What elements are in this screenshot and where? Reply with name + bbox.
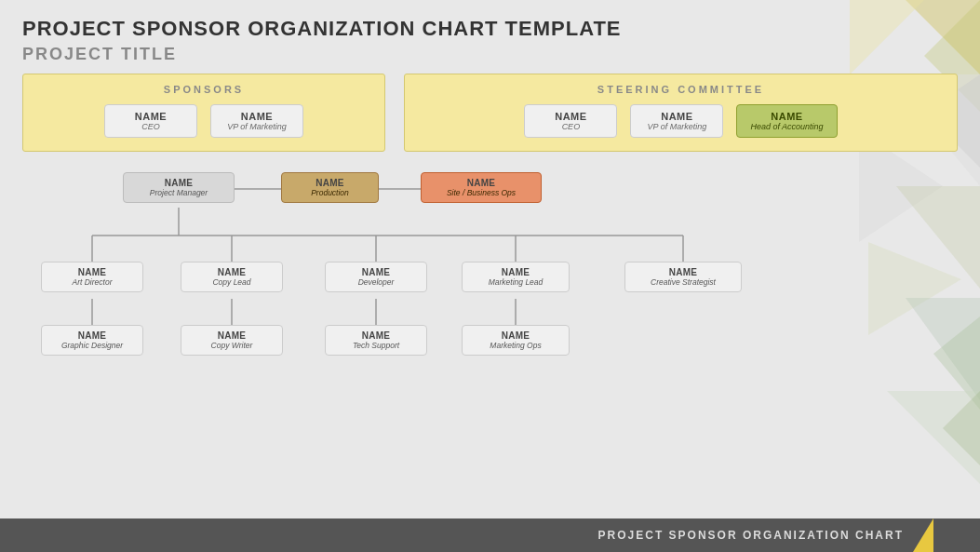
sponsor-card-2: NAME VP of Marketing <box>210 104 303 138</box>
sponsors-label: SPONSORS <box>38 84 369 95</box>
steering-card-2: NAME VP of Marketing <box>630 104 723 138</box>
manager-card-pm: NAME Project Manager <box>123 172 235 203</box>
steering-3-role: Head of Accounting <box>750 122 823 131</box>
sections-row: SPONSORS NAME CEO NAME VP of Marketing S… <box>22 74 958 152</box>
copy-lead-role: Copy Lead <box>191 277 273 287</box>
org-chart: NAME Project Manager NAME Production NAM… <box>32 168 869 392</box>
prod-name: NAME <box>291 178 369 188</box>
prod-role: Production <box>291 188 369 197</box>
page-title: PROJECT SPONSOR ORGANIZATION CHART TEMPL… <box>22 17 958 41</box>
sponsor-2-role: VP of Marketing <box>224 122 289 131</box>
tech-role: Tech Support <box>335 341 417 350</box>
sponsors-section: SPONSORS NAME CEO NAME VP of Marketing <box>22 74 385 152</box>
report-card-developer: NAME Developer <box>325 262 427 292</box>
footer: PROJECT SPONSOR ORGANIZATION CHART <box>0 518 980 552</box>
footer-text: PROJECT SPONSOR ORGANIZATION CHART <box>598 529 904 542</box>
steering-section: STEERING COMMITTEE NAME CEO NAME VP of M… <box>404 74 958 152</box>
report-card-tech-support: NAME Tech Support <box>325 325 427 356</box>
main-content: PROJECT SPONSOR ORGANIZATION CHART TEMPL… <box>0 0 980 401</box>
steering-3-name: NAME <box>750 111 823 122</box>
svg-marker-10 <box>887 391 980 484</box>
developer-name: NAME <box>335 267 417 277</box>
pm-name: NAME <box>133 178 224 188</box>
developer-role: Developer <box>335 277 417 287</box>
steering-label: STEERING COMMITTEE <box>420 84 942 95</box>
sponsor-1-name: NAME <box>118 111 183 122</box>
mktg-lead-name: NAME <box>472 267 559 277</box>
art-dir-role: Art Director <box>51 277 133 287</box>
steering-cards: NAME CEO NAME VP of Marketing NAME Head … <box>420 104 942 138</box>
report-card-mktg-lead: NAME Marketing Lead <box>462 262 570 292</box>
steering-1-role: CEO <box>538 122 603 131</box>
sponsors-cards: NAME CEO NAME VP of Marketing <box>38 104 369 138</box>
creative-name: NAME <box>635 267 732 277</box>
steering-2-role: VP of Marketing <box>644 122 709 131</box>
report-card-graphic: NAME Graphic Designer <box>41 325 143 356</box>
copy-lead-name: NAME <box>191 267 273 277</box>
project-subtitle: PROJECT TITLE <box>22 45 958 64</box>
art-dir-name: NAME <box>51 267 133 277</box>
graphic-role: Graphic Designer <box>51 341 133 350</box>
sponsor-1-role: CEO <box>118 122 183 131</box>
report-card-mktg-ops: NAME Marketing Ops <box>462 325 570 356</box>
steering-2-name: NAME <box>644 111 709 122</box>
report-card-art-dir: NAME Art Director <box>41 262 143 292</box>
report-card-copy-lead: NAME Copy Lead <box>181 262 283 292</box>
tech-name: NAME <box>335 330 417 341</box>
manager-card-biz: NAME Site / Business Ops <box>421 172 542 203</box>
manager-card-prod: NAME Production <box>281 172 379 203</box>
steering-card-1: NAME CEO <box>524 104 617 138</box>
report-card-creative: NAME Creative Strategist <box>624 262 742 292</box>
footer-accent <box>913 518 933 552</box>
pm-role: Project Manager <box>133 188 224 197</box>
mktg-lead-role: Marketing Lead <box>472 277 559 287</box>
steering-card-3: NAME Head of Accounting <box>736 104 837 138</box>
mktg-ops-name: NAME <box>472 330 559 341</box>
graphic-name: NAME <box>51 330 133 341</box>
steering-1-name: NAME <box>538 111 603 122</box>
copy-writer-name: NAME <box>191 330 273 341</box>
biz-role: Site / Business Ops <box>431 188 531 197</box>
sponsor-2-name: NAME <box>224 111 289 122</box>
sponsor-card-1: NAME CEO <box>104 104 197 138</box>
report-card-copy-writer: NAME Copy Writer <box>181 325 283 356</box>
copy-writer-role: Copy Writer <box>191 341 273 350</box>
svg-marker-11 <box>943 391 980 465</box>
mktg-ops-role: Marketing Ops <box>472 341 559 350</box>
creative-role: Creative Strategist <box>635 277 732 287</box>
biz-name: NAME <box>431 178 531 188</box>
